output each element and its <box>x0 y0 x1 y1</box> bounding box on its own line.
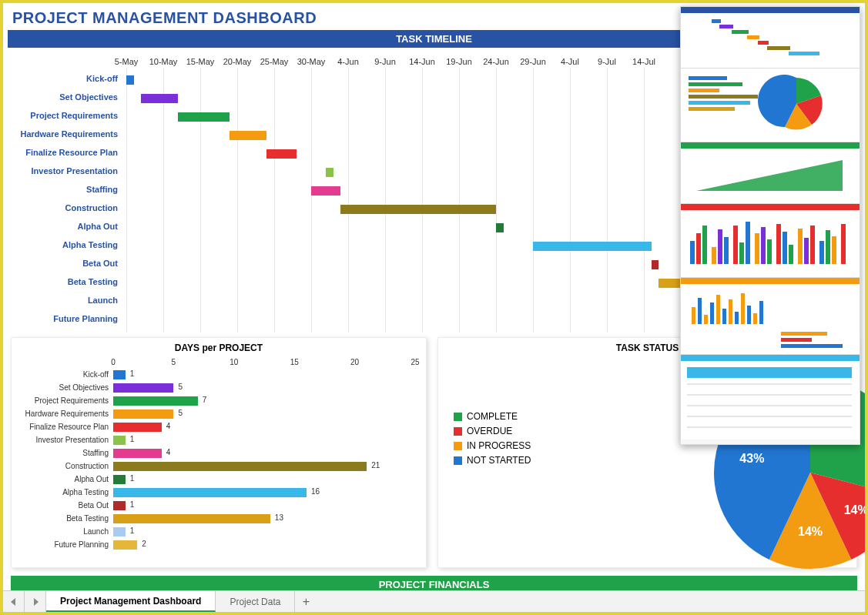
gantt-task-label: Hardware Requirements <box>11 129 122 139</box>
tab-prev-button[interactable] <box>3 591 25 612</box>
svg-rect-1 <box>719 25 733 28</box>
bar-axis-tick: 20 <box>350 358 359 366</box>
svg-rect-40 <box>716 295 720 324</box>
bar-row: Investor Presentation1 <box>15 434 418 446</box>
svg-rect-19 <box>724 237 729 264</box>
tab-next-button[interactable] <box>25 591 46 612</box>
bar <box>113 488 307 497</box>
svg-rect-15 <box>696 233 701 264</box>
bar-value: 5 <box>178 409 183 417</box>
gantt-task-label: Kick-off <box>11 74 122 83</box>
bar-label: Beta Out <box>15 501 113 510</box>
bar-value: 1 <box>130 500 135 509</box>
bar-row: Beta Out1 <box>15 500 418 511</box>
gantt-task-label: Alpha Out <box>11 222 122 231</box>
gantt-tick-label: 9-Jul <box>598 57 616 66</box>
bar <box>113 514 270 523</box>
svg-rect-31 <box>810 226 815 264</box>
svg-rect-7 <box>689 76 727 80</box>
thumbnail[interactable] <box>681 278 860 355</box>
svg-rect-35 <box>841 224 846 264</box>
gantt-tick-label: 30-May <box>297 57 326 66</box>
svg-rect-38 <box>704 315 708 324</box>
svg-rect-5 <box>767 46 790 50</box>
bar <box>113 370 126 379</box>
bar <box>113 409 173 419</box>
bar-chart-title: DAYS per PROJECT <box>12 338 426 358</box>
thumbnail-strip[interactable] <box>680 6 860 445</box>
gantt-task-label: Beta Out <box>11 259 122 268</box>
thumbnail[interactable] <box>681 355 860 440</box>
bar-label: Staffing <box>15 449 113 457</box>
bar-label: Investor Presentation <box>15 436 113 444</box>
gantt-bar <box>311 186 340 196</box>
gantt-task-label: Staffing <box>11 185 122 194</box>
thumbnail[interactable] <box>681 142 860 204</box>
svg-rect-48 <box>781 332 827 336</box>
bar-row: Set Objectives5 <box>15 382 418 393</box>
bar-axis-tick: 5 <box>172 358 176 366</box>
svg-rect-3 <box>747 35 759 39</box>
tab-add-button[interactable]: + <box>295 591 317 612</box>
days-per-project-panel: DAYS per PROJECT 0510152025 Kick-off1Set… <box>11 337 427 568</box>
gantt-bar <box>496 223 504 232</box>
gantt-tick-label: 4-Jul <box>561 57 579 66</box>
svg-rect-32 <box>819 241 824 264</box>
gantt-tick-label: 14-Jun <box>409 57 435 66</box>
pie-legend: COMPLETE OVERDUE IN PROGRESS NOT STARTED <box>454 407 531 470</box>
svg-rect-14 <box>690 241 695 264</box>
svg-rect-37 <box>698 298 702 324</box>
bar-value: 2 <box>142 540 146 548</box>
bar-axis-tick: 25 <box>411 358 419 366</box>
bar-value: 5 <box>178 383 183 391</box>
thumbnail[interactable] <box>681 69 860 142</box>
svg-rect-27 <box>783 232 787 264</box>
bar-label: Beta Testing <box>15 514 113 523</box>
gantt-task-label: Construction <box>11 203 122 212</box>
bar-label: Construction <box>15 462 113 470</box>
legend-not-started: NOT STARTED <box>454 455 531 466</box>
bar <box>113 475 126 484</box>
bar-value: 1 <box>130 369 135 378</box>
gantt-tick-label: 29-Jun <box>520 57 546 66</box>
tab-active[interactable]: Project Management Dashboard <box>46 591 216 612</box>
thumbnail[interactable] <box>681 7 860 69</box>
chevron-left-icon <box>10 598 18 606</box>
gantt-task-label: Project Requirements <box>11 111 122 120</box>
svg-rect-9 <box>689 89 719 92</box>
bar-row: Hardware Requirements5 <box>15 408 418 419</box>
tab-inactive[interactable]: Project Data <box>216 591 295 612</box>
pie-label: 14% <box>798 525 823 538</box>
bar-label: Finalize Resource Plan <box>15 423 113 431</box>
bar-label: Future Planning <box>15 540 113 549</box>
thumbnail[interactable] <box>681 204 860 278</box>
bar-row: Finalize Resource Plan4 <box>15 421 418 433</box>
bar <box>113 540 137 550</box>
bar <box>113 449 162 458</box>
gantt-tick-label: 10-May <box>149 57 178 66</box>
svg-rect-30 <box>804 238 809 264</box>
gantt-bar <box>340 205 496 214</box>
svg-rect-10 <box>689 95 758 99</box>
bar-row: Launch1 <box>15 526 418 537</box>
svg-rect-28 <box>789 245 793 264</box>
gantt-task-label: Finalize Resource Plan <box>11 148 122 157</box>
svg-rect-43 <box>735 312 739 324</box>
svg-rect-46 <box>753 313 757 324</box>
gantt-tick-label: 14-Jul <box>632 57 655 66</box>
bar <box>113 462 367 471</box>
bar <box>113 501 126 510</box>
bar-value: 1 <box>130 474 135 483</box>
bar <box>113 396 198 406</box>
svg-rect-16 <box>702 226 707 264</box>
bar-row: Alpha Testing16 <box>15 486 418 498</box>
svg-rect-6 <box>789 52 819 55</box>
gantt-task-label: Launch <box>11 296 122 305</box>
bar-label: Alpha Testing <box>15 488 113 496</box>
svg-rect-45 <box>747 306 751 324</box>
bar-value: 7 <box>203 396 207 404</box>
svg-marker-58 <box>34 598 39 606</box>
bar <box>113 423 162 432</box>
bar-value: 21 <box>371 461 380 470</box>
legend-overdue: OVERDUE <box>454 426 531 436</box>
